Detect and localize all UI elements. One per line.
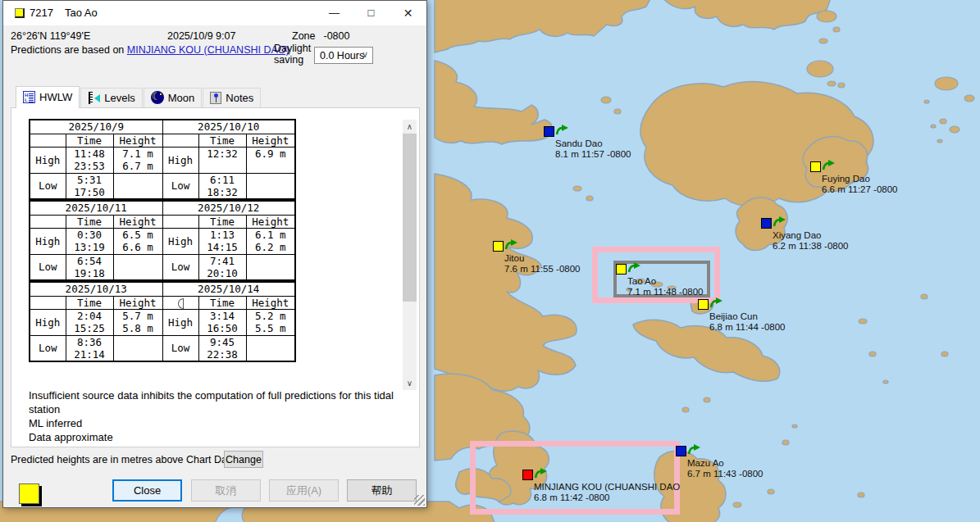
note-line: Data approximate: [29, 430, 408, 444]
map-station-beijiao-cun[interactable]: Beijiao Cun6.8 m 11:44 -0800: [698, 299, 709, 311]
date-cell: 2025/10/14: [162, 282, 295, 296]
daylight-saving-select[interactable]: 0.0 Hours ∨: [314, 47, 373, 64]
station-marker[interactable]: [761, 218, 772, 229]
station-marker[interactable]: [493, 241, 504, 252]
col-header: Time: [198, 296, 246, 309]
notes-pushpin-icon: [210, 92, 221, 104]
tab-strip: HL HWLW Levels ☾ Moon Notes: [16, 86, 262, 107]
col-header: Height: [113, 134, 162, 147]
map-station-xiyang-dao[interactable]: Xiyang Dao6.2 m 11:38 -0800: [761, 218, 773, 229]
tab-label: Levels: [104, 92, 135, 104]
col-header: Height: [246, 296, 295, 309]
date-cell: 2025/10/12: [162, 201, 295, 215]
date-cell: 2025/10/10: [162, 120, 295, 134]
map-station-sandu-dao[interactable]: Sandu Dao8.1 m 11:57 -0800: [544, 126, 555, 138]
tab-label: Notes: [226, 92, 253, 104]
station-marker[interactable]: [522, 470, 533, 480]
title-bar[interactable]: 7217Tao Ao — □ ✕: [3, 1, 426, 25]
moon-icon: ☾: [151, 91, 164, 104]
current-arrow-icon: [687, 443, 702, 456]
tab-label: Moon: [168, 92, 195, 104]
reference-station-link[interactable]: MINJIANG KOU (CHUANSHI DAO): [127, 44, 289, 56]
close-button[interactable]: Close: [112, 479, 182, 502]
map-station-mazu-ao[interactable]: Mazu Ao6.7 m 11:43 -0800: [676, 446, 687, 457]
current-arrow-icon: [555, 123, 570, 136]
levels-ruler-icon: [88, 92, 100, 104]
tide-table-1: 2025/10/9 2025/10/10 TimeHeight TimeHeig…: [29, 119, 296, 200]
col-header: Time: [66, 134, 113, 147]
station-header: 26°26'N 119°49'E 2025/10/9 9:07 Zone-080…: [3, 25, 426, 86]
close-window-button[interactable]: ✕: [390, 1, 426, 25]
row-label: Low: [30, 335, 66, 361]
hwlw-tab-page: 2025/10/9 2025/10/10 TimeHeight TimeHeig…: [11, 107, 420, 447]
row-label: High: [30, 228, 66, 254]
current-arrow-icon: [627, 261, 642, 274]
tab-notes[interactable]: Notes: [203, 88, 261, 107]
station-marker[interactable]: [544, 126, 554, 137]
scroll-up-icon[interactable]: ∧: [403, 120, 417, 134]
col-header: Height: [246, 215, 295, 228]
station-label: Mazu Ao6.7 m 11:43 -0800: [687, 458, 763, 479]
date-cell: 2025/10/11: [30, 201, 162, 215]
station-marker[interactable]: [698, 299, 709, 310]
datum-text: Predicted heights are in metres above Ch…: [11, 454, 244, 465]
cancel-button[interactable]: 取消: [191, 479, 261, 502]
current-arrow-icon: [822, 158, 836, 171]
station-marker[interactable]: [616, 264, 627, 275]
tide-table-3: 2025/10/13 2025/10/14 TimeHeight TimeHei…: [29, 281, 296, 362]
tab-hwlw[interactable]: HL HWLW: [16, 86, 80, 108]
help-button[interactable]: 帮助: [347, 479, 417, 502]
map-station-fuying-dao[interactable]: Fuying Dao6.6 m 11:27 -0800: [810, 161, 822, 173]
col-header: Height: [246, 134, 295, 147]
col-header: Time: [198, 215, 246, 228]
change-datum-button[interactable]: Change: [224, 451, 263, 468]
map-station-jitou[interactable]: Jitou7.6 m 11:55 -0800: [493, 241, 504, 252]
station-label: MINJIANG KOU (CHUANSHI DAO6.8 m 11:42 -0…: [534, 482, 680, 502]
tide-table-2: 2025/10/11 2025/10/12 TimeHeight TimeHei…: [29, 200, 296, 281]
station-color-swatch: [19, 483, 39, 504]
vertical-scrollbar[interactable]: ∧ ∨: [403, 120, 417, 390]
station-label: Tao Ao7.1 m 11:48 -0800: [627, 276, 704, 297]
resize-grip[interactable]: [414, 495, 425, 506]
date-cell: 2025/10/13: [30, 282, 162, 296]
col-header: Height: [113, 296, 162, 309]
scrollbar-thumb[interactable]: [403, 134, 417, 302]
row-label: High: [162, 309, 198, 335]
last-quarter-moon-icon: [178, 298, 184, 309]
tab-moon[interactable]: ☾ Moon: [144, 88, 203, 107]
col-header: Height: [113, 215, 162, 228]
map-station-tao-ao[interactable]: Tao Ao7.1 m 11:48 -0800: [616, 264, 627, 275]
row-label: Low: [162, 335, 198, 361]
current-arrow-icon: [709, 296, 724, 309]
row-label: High: [162, 228, 198, 254]
col-header: Time: [198, 134, 246, 147]
current-arrow-icon: [773, 215, 787, 228]
hwlw-table-icon: HL: [23, 91, 35, 103]
maximize-button[interactable]: □: [353, 1, 390, 25]
tide-station-window: 7217Tao Ao — □ ✕ 26°26'N 119°49'E 2025/1…: [2, 0, 427, 508]
current-arrow-icon: [504, 238, 519, 251]
apply-button[interactable]: 应用(A): [269, 479, 339, 502]
station-marker[interactable]: [810, 161, 821, 172]
row-label: High: [30, 147, 66, 173]
map-station-minjiang-kou[interactable]: MINJIANG KOU (CHUANSHI DAO6.8 m 11:42 -0…: [522, 470, 534, 481]
minimize-button[interactable]: —: [316, 1, 353, 25]
chevron-down-icon: ∨: [362, 49, 368, 60]
row-label: High: [30, 309, 66, 335]
window-title: 7217Tao Ao: [30, 7, 98, 19]
date-cell: 2025/10/9: [30, 120, 162, 134]
station-window-icon: [15, 8, 25, 18]
col-header: Time: [66, 215, 113, 228]
station-coordinates: 26°26'N 119°49'E: [11, 30, 90, 42]
station-label: Sandu Dao8.1 m 11:57 -0800: [555, 138, 631, 159]
tab-label: HWLW: [39, 91, 72, 103]
note-line: ML inferred: [29, 416, 408, 430]
tab-levels[interactable]: Levels: [80, 88, 143, 107]
row-label: Low: [30, 173, 66, 199]
station-marker[interactable]: [676, 446, 686, 456]
row-label: Low: [30, 254, 66, 280]
current-datetime: 2025/10/9 9:07: [167, 30, 235, 42]
daylight-saving-label: Daylightsaving: [274, 43, 311, 66]
row-label: Low: [162, 254, 198, 280]
station-label: Fuying Dao6.6 m 11:27 -0800: [822, 174, 898, 194]
